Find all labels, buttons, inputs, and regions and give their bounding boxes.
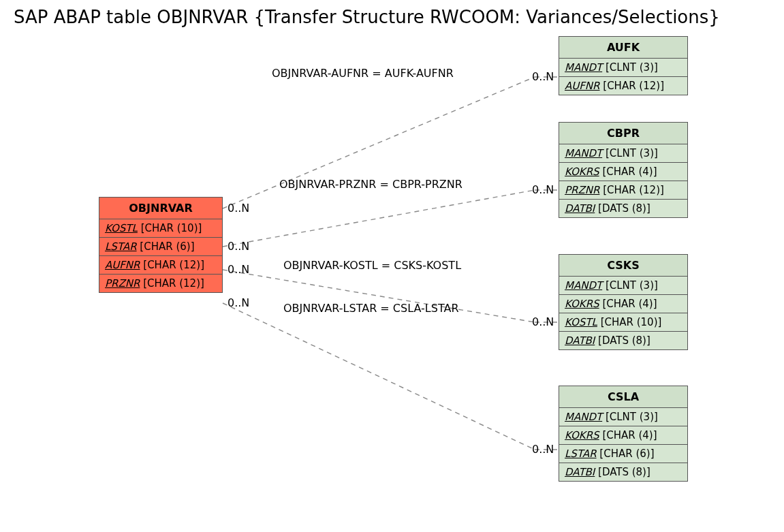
relation-label-aufnr: OBJNRVAR-AUFNR = AUFK-AUFNR — [272, 67, 454, 80]
field: DATBI [DATS (8)] — [559, 463, 687, 481]
entity-title: CSKS — [559, 255, 687, 277]
field: KOKRS [CHAR (4)] — [559, 163, 687, 181]
entity-cbpr: CBPR MANDT [CLNT (3)] KOKRS [CHAR (4)] P… — [559, 122, 688, 218]
entity-objnrvar: OBJNRVAR KOSTL [CHAR (10)] LSTAR [CHAR (… — [99, 197, 223, 293]
field: KOSTL [CHAR (10)] — [99, 219, 222, 238]
field: DATBI [DATS (8)] — [559, 200, 687, 217]
relation-label-prznr: OBJNRVAR-PRZNR = CBPR-PRZNR — [279, 178, 462, 191]
multiplicity-right: 0..N — [532, 183, 554, 196]
entity-title: OBJNRVAR — [99, 198, 222, 219]
multiplicity-left: 0..N — [228, 263, 249, 276]
field: KOKRS [CHAR (4)] — [559, 295, 687, 313]
multiplicity-right: 0..N — [532, 315, 554, 328]
multiplicity-left: 0..N — [228, 240, 249, 253]
svg-line-6 — [223, 303, 535, 450]
multiplicity-right: 0..N — [532, 443, 554, 456]
field: DATBI [DATS (8)] — [559, 332, 687, 349]
field: KOKRS [CHAR (4)] — [559, 426, 687, 445]
field: LSTAR [CHAR (6)] — [559, 445, 687, 463]
field: KOSTL [CHAR (10)] — [559, 313, 687, 332]
entity-csks: CSKS MANDT [CLNT (3)] KOKRS [CHAR (4)] K… — [559, 254, 688, 350]
field: MANDT [CLNT (3)] — [559, 144, 687, 163]
field: AUFNR [CHAR (12)] — [559, 77, 687, 95]
field: AUFNR [CHAR (12)] — [99, 256, 222, 275]
entity-title: AUFK — [559, 37, 687, 59]
field: MANDT [CLNT (3)] — [559, 408, 687, 426]
relation-label-kostl: OBJNRVAR-KOSTL = CSKS-KOSTL — [283, 259, 461, 272]
svg-line-2 — [223, 190, 535, 247]
multiplicity-right: 0..N — [532, 70, 554, 83]
page-title: SAP ABAP table OBJNRVAR {Transfer Struct… — [14, 7, 720, 27]
entity-aufk: AUFK MANDT [CLNT (3)] AUFNR [CHAR (12)] — [559, 36, 688, 95]
field: PRZNR [CHAR (12)] — [559, 181, 687, 200]
multiplicity-left: 0..N — [228, 202, 249, 215]
field: MANDT [CLNT (3)] — [559, 59, 687, 77]
entity-csla: CSLA MANDT [CLNT (3)] KOKRS [CHAR (4)] L… — [559, 386, 688, 482]
multiplicity-left: 0..N — [228, 296, 249, 309]
field: PRZNR [CHAR (12)] — [99, 275, 222, 292]
field: MANDT [CLNT (3)] — [559, 277, 687, 295]
entity-title: CBPR — [559, 123, 687, 144]
entity-title: CSLA — [559, 386, 687, 408]
relation-label-lstar: OBJNRVAR-LSTAR = CSLA-LSTAR — [283, 302, 459, 315]
field: LSTAR [CHAR (6)] — [99, 238, 222, 256]
